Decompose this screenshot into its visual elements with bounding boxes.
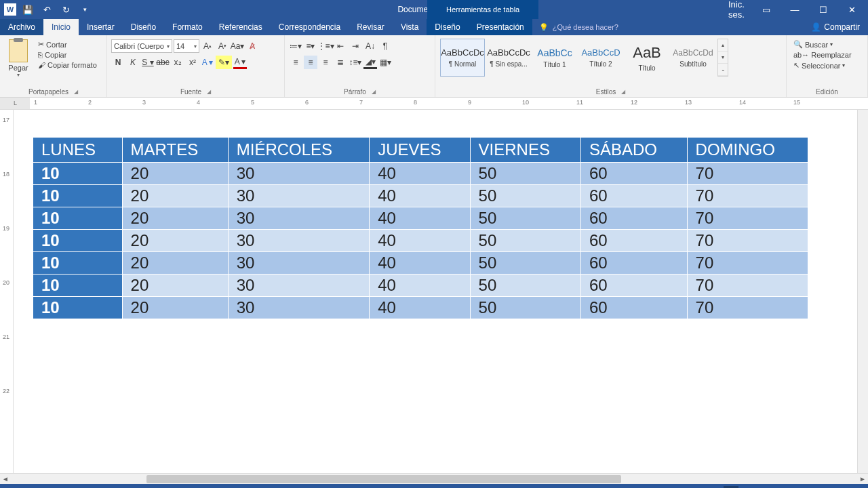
text-effects-button[interactable]: A ▾: [201, 56, 214, 69]
align-right-button[interactable]: ≡: [319, 56, 332, 69]
tab-table-presentacion[interactable]: Presentación: [469, 19, 532, 35]
tab-table-diseno[interactable]: Diseño: [427, 19, 468, 35]
share-button[interactable]: 👤Compartir: [803, 19, 868, 35]
style-item-5[interactable]: AaBbCcDdSubtítulo: [671, 39, 715, 77]
tab-correspondencia[interactable]: Correspondencia: [271, 19, 349, 35]
table-cell[interactable]: 40: [370, 163, 470, 185]
show-marks-button[interactable]: ¶: [378, 39, 392, 53]
table-cell[interactable]: 30: [228, 163, 369, 185]
table-cell[interactable]: 20: [122, 185, 228, 207]
scroll-right-arrow[interactable]: ►: [857, 475, 868, 483]
scroll-thumb[interactable]: [146, 475, 621, 483]
table-cell[interactable]: 50: [470, 163, 580, 185]
close-icon[interactable]: ✕: [838, 0, 865, 19]
multilevel-button[interactable]: ⋮≡▾: [319, 39, 332, 53]
table-cell[interactable]: 20: [122, 274, 228, 297]
table-cell[interactable]: 70: [687, 274, 808, 297]
table-cell[interactable]: 10: [33, 185, 123, 207]
table-cell[interactable]: 70: [687, 252, 808, 274]
style-item-4[interactable]: AaBTítulo: [625, 39, 669, 77]
table-cell[interactable]: 50: [470, 297, 580, 319]
table-cell[interactable]: 70: [687, 185, 808, 207]
subscript-button[interactable]: x₂: [171, 56, 184, 69]
style-item-3[interactable]: AaBbCcDTítulo 2: [578, 39, 623, 77]
paste-button[interactable]: Pegar ▾: [4, 38, 33, 79]
format-painter-button[interactable]: 🖌Copiar formato: [35, 60, 100, 70]
table-cell[interactable]: 30: [228, 185, 369, 207]
scroll-left-arrow[interactable]: ◄: [0, 475, 11, 483]
table-cell[interactable]: 40: [370, 252, 470, 274]
tab-referencias[interactable]: Referencias: [211, 19, 271, 35]
table-cell[interactable]: 40: [370, 230, 470, 252]
clipboard-dialog-launcher[interactable]: ◢: [74, 89, 78, 95]
sign-in-link[interactable]: Inic. ses.: [724, 0, 751, 19]
table-cell[interactable]: 50: [470, 230, 580, 252]
horizontal-scrollbar[interactable]: ◄ ►: [0, 473, 868, 484]
numbering-button[interactable]: ≡▾: [304, 39, 317, 53]
table-cell[interactable]: 40: [370, 274, 470, 297]
tab-archivo[interactable]: Archivo: [0, 19, 43, 35]
change-case-button[interactable]: Aa▾: [231, 39, 244, 53]
style-item-0[interactable]: AaBbCcDc¶ Normal: [440, 39, 485, 77]
table-cell[interactable]: 70: [687, 230, 808, 252]
line-spacing-button[interactable]: ↕≡▾: [349, 56, 362, 69]
paragraph-dialog-launcher[interactable]: ◢: [372, 89, 376, 95]
superscript-button[interactable]: x²: [186, 56, 199, 69]
sort-button[interactable]: A↓: [363, 39, 377, 53]
style-item-2[interactable]: AaBbCcTítulo 1: [532, 39, 577, 77]
styles-dialog-launcher[interactable]: ◢: [621, 89, 625, 95]
table-cell[interactable]: 40: [370, 207, 470, 230]
ruler-vertical[interactable]: 171819202122: [0, 110, 14, 473]
table-header-cell[interactable]: SÁBADO: [580, 138, 687, 163]
ribbon-options-icon[interactable]: ▭: [753, 0, 780, 19]
table-cell[interactable]: 50: [470, 274, 580, 297]
italic-button[interactable]: K: [126, 56, 140, 69]
table-cell[interactable]: 20: [122, 252, 228, 274]
table-cell[interactable]: 60: [580, 252, 687, 274]
table-cell[interactable]: 50: [470, 252, 580, 274]
table-cell[interactable]: 40: [370, 185, 470, 207]
table-cell[interactable]: 20: [122, 207, 228, 230]
font-size-combo[interactable]: 14▾: [174, 39, 199, 53]
bullets-button[interactable]: ≔▾: [289, 39, 302, 53]
maximize-icon[interactable]: ☐: [810, 0, 837, 19]
table-header-cell[interactable]: LUNES: [33, 138, 123, 163]
table-cell[interactable]: 20: [122, 230, 228, 252]
table-cell[interactable]: 30: [228, 207, 369, 230]
redo-icon[interactable]: ↻: [58, 2, 73, 17]
styles-more-button[interactable]: ▴▾⌄: [717, 39, 728, 77]
table-cell[interactable]: 60: [580, 185, 687, 207]
grow-font-button[interactable]: A▴: [201, 39, 214, 53]
shrink-font-button[interactable]: A▾: [216, 39, 229, 53]
table-cell[interactable]: 60: [580, 207, 687, 230]
table-header-cell[interactable]: MARTES: [122, 138, 228, 163]
table-cell[interactable]: 70: [687, 163, 808, 185]
table-cell[interactable]: 60: [580, 230, 687, 252]
table-cell[interactable]: 10: [33, 207, 123, 230]
align-left-button[interactable]: ≡: [289, 56, 302, 69]
table-cell[interactable]: 30: [228, 252, 369, 274]
table-cell[interactable]: 10: [33, 297, 123, 319]
strike-button[interactable]: abc: [156, 56, 170, 69]
font-dialog-launcher[interactable]: ◢: [207, 89, 211, 95]
align-center-button[interactable]: ≡: [304, 56, 317, 69]
document-area[interactable]: LUNESMARTESMIÉRCOLESJUEVESVIERNESSÁBADOD…: [14, 110, 857, 473]
table-cell[interactable]: 60: [580, 163, 687, 185]
highlight-button[interactable]: ✎▾: [216, 56, 232, 69]
tab-vista[interactable]: Vista: [393, 19, 427, 35]
underline-button[interactable]: S ▾: [141, 56, 155, 69]
tab-formato[interactable]: Formato: [164, 19, 211, 35]
tab-diseno[interactable]: Diseño: [123, 19, 164, 35]
table-cell[interactable]: 30: [228, 230, 369, 252]
table-cell[interactable]: 40: [370, 297, 470, 319]
qat-more-icon[interactable]: ▾: [77, 2, 92, 17]
style-item-1[interactable]: AaBbCcDc¶ Sin espa...: [486, 39, 531, 77]
copy-button[interactable]: ⎘Copiar: [35, 50, 100, 60]
minimize-icon[interactable]: —: [781, 0, 808, 19]
bold-button[interactable]: N: [111, 56, 125, 69]
table-header-cell[interactable]: DOMINGO: [687, 138, 808, 163]
table-header-cell[interactable]: VIERNES: [470, 138, 580, 163]
tab-insertar[interactable]: Insertar: [79, 19, 123, 35]
select-button[interactable]: ↖Seleccionar▾: [791, 60, 848, 70]
table-cell[interactable]: 70: [687, 207, 808, 230]
